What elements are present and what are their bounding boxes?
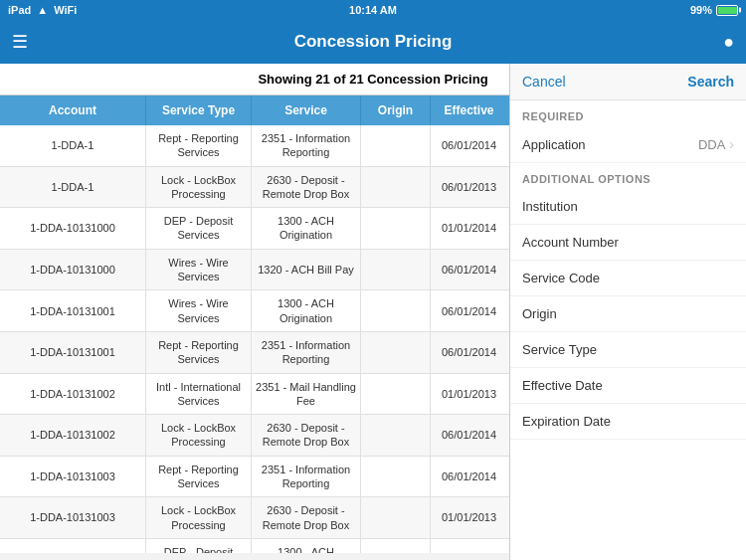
overlay-item-label: Effective Date xyxy=(522,378,603,393)
table-cell: 1300 - ACH Origination xyxy=(252,208,361,249)
table-cell xyxy=(361,374,431,415)
carrier-label: iPad xyxy=(8,4,31,16)
table-cell xyxy=(361,457,431,497)
table-cell: 06/01/2014 xyxy=(431,250,507,290)
overlay-item-value: DDA xyxy=(698,137,725,152)
table-cell: 1-DDA-10131002 xyxy=(0,415,146,456)
required-section-label: REQUIRED xyxy=(510,100,746,126)
table-cell: 1320 - ACH Bill Pay xyxy=(252,250,361,290)
status-right: 99% xyxy=(690,4,738,16)
table-cell: 1-DDA-10131001 xyxy=(0,332,146,373)
table-cell xyxy=(361,208,431,249)
table-cell: 01/01/2014 xyxy=(431,208,507,249)
table-cell: 06/01/2014 xyxy=(431,539,507,553)
nav-bar: ☰ Concession Pricing ● xyxy=(0,20,746,64)
overlay-item-institution[interactable]: Institution xyxy=(510,189,746,225)
table-cell: 2351 - Mail Handling Fee xyxy=(252,374,361,415)
table-cell: 1300 - ACH Origination xyxy=(252,290,361,331)
table-cell: 2351 - Information Reporting xyxy=(252,125,361,166)
col-header-service: Service xyxy=(252,95,361,125)
overlay-item-label: Service Code xyxy=(522,271,600,285)
nav-right[interactable]: ● xyxy=(723,32,734,53)
overlay-item-service-code[interactable]: Service Code xyxy=(510,261,746,296)
overlay-item-application[interactable]: Application DDA › xyxy=(510,126,746,163)
col-header-account: Account xyxy=(0,95,146,125)
table-cell xyxy=(361,539,431,553)
table-cell: 1300 - ACH Origination xyxy=(252,539,361,553)
col-header-effective: Effective xyxy=(431,95,507,125)
table-cell xyxy=(361,415,431,456)
table-cell: 1-DDA-10131003 xyxy=(0,497,146,538)
table-cell: Wires - Wire Services xyxy=(146,290,252,331)
table-cell: 1-DDA-1 xyxy=(0,125,146,166)
table-cell: Lock - LockBox Processing xyxy=(146,167,252,208)
table-cell: 01/01/2013 xyxy=(431,374,507,415)
table-cell: 06/01/2014 xyxy=(431,332,507,373)
status-left: iPad ▲ WiFi xyxy=(8,4,77,16)
overlay-item-label: Service Type xyxy=(522,342,597,357)
battery-fill xyxy=(718,7,737,14)
table-cell: 2630 - Deposit - Remote Drop Box xyxy=(252,415,361,456)
col-header-service-type: Service Type xyxy=(146,95,252,125)
table-cell: 01/01/2013 xyxy=(431,497,507,538)
table-cell: Wires - Wire Services xyxy=(146,250,252,290)
overlay-item-service-type[interactable]: Service Type xyxy=(510,332,746,368)
nav-title: Concession Pricing xyxy=(294,32,453,52)
overlay-item-origin[interactable]: Origin xyxy=(510,296,746,332)
status-time: 10:14 AM xyxy=(349,4,397,16)
table-cell: 2630 - Deposit - Remote Drop Box xyxy=(252,497,361,538)
table-cell: 1-DDA-10131003 xyxy=(0,457,146,497)
col-header-origin: Origin xyxy=(361,95,431,125)
overlay-item-label: Expiration Date xyxy=(522,414,611,429)
hamburger-button[interactable]: ☰ xyxy=(12,31,28,53)
table-cell xyxy=(361,497,431,538)
overlay-item-account-number[interactable]: Account Number xyxy=(510,225,746,261)
nav-left[interactable]: ☰ xyxy=(12,31,28,53)
table-cell: Rept - Reporting Services xyxy=(146,457,252,497)
table-cell: DEP - Deposit Services xyxy=(146,539,252,553)
table-cell: 1-DDA-1 xyxy=(0,167,146,208)
additional-section-label: ADDITIONAL OPTIONS xyxy=(510,163,746,189)
wifi-icon: ▲ xyxy=(37,4,48,16)
battery-percent: 99% xyxy=(690,4,712,16)
table-cell xyxy=(361,332,431,373)
overlay-panel: Cancel Search REQUIRED Application DDA ›… xyxy=(509,64,746,560)
overlay-item-label: Origin xyxy=(522,306,557,321)
table-cell: Intl - International Services xyxy=(146,374,252,415)
overlay-item-effective-date[interactable]: Effective Date xyxy=(510,368,746,404)
overlay-search-button[interactable]: Search xyxy=(687,74,734,90)
overlay-item-label: Institution xyxy=(522,199,578,214)
table-cell: Rept - Reporting Services xyxy=(146,125,252,166)
overlay-item-label: Application xyxy=(522,137,586,152)
overlay-item-expiration-date[interactable]: Expiration Date xyxy=(510,404,746,440)
table-cell xyxy=(361,250,431,290)
table-cell: Lock - LockBox Processing xyxy=(146,415,252,456)
table-cell: 06/01/2013 xyxy=(431,167,507,208)
table-cell: 2630 - Deposit - Remote Drop Box xyxy=(252,167,361,208)
table-cell: DEP - Deposit Services xyxy=(146,208,252,249)
chevron-right-icon: › xyxy=(729,136,734,152)
table-cell: 1-DDA-10131002 xyxy=(0,374,146,415)
table-cell xyxy=(361,167,431,208)
table-heading-text: Showing 21 of 21 Concession Pricing xyxy=(258,72,487,87)
overlay-item-label: Account Number xyxy=(522,235,619,250)
table-cell: 1-DDA-10131000 xyxy=(0,250,146,290)
overlay-content: REQUIRED Application DDA › ADDITIONAL OP… xyxy=(510,100,746,440)
overlay-header: Cancel Search xyxy=(510,64,746,100)
battery-icon xyxy=(716,5,738,16)
table-cell: 2351 - Information Reporting xyxy=(252,332,361,373)
wifi-label: WiFi xyxy=(54,4,77,16)
table-cell: 06/01/2014 xyxy=(431,125,507,166)
status-bar: iPad ▲ WiFi 10:14 AM 99% xyxy=(0,0,746,20)
table-cell: 1-DDA-10131000 xyxy=(0,208,146,249)
overlay-cancel-button[interactable]: Cancel xyxy=(522,74,566,90)
table-cell: 06/01/2014 xyxy=(431,415,507,456)
table-cell: 06/01/2014 xyxy=(431,290,507,331)
table-cell: 1-DDA-10131001 xyxy=(0,290,146,331)
table-cell: 1-DDA-10131004 xyxy=(0,539,146,553)
table-cell: Lock - LockBox Processing xyxy=(146,497,252,538)
table-cell: 2351 - Information Reporting xyxy=(252,457,361,497)
table-cell: Rept - Reporting Services xyxy=(146,332,252,373)
search-button[interactable]: ● xyxy=(723,32,734,53)
table-cell: 06/01/2014 xyxy=(431,457,507,497)
